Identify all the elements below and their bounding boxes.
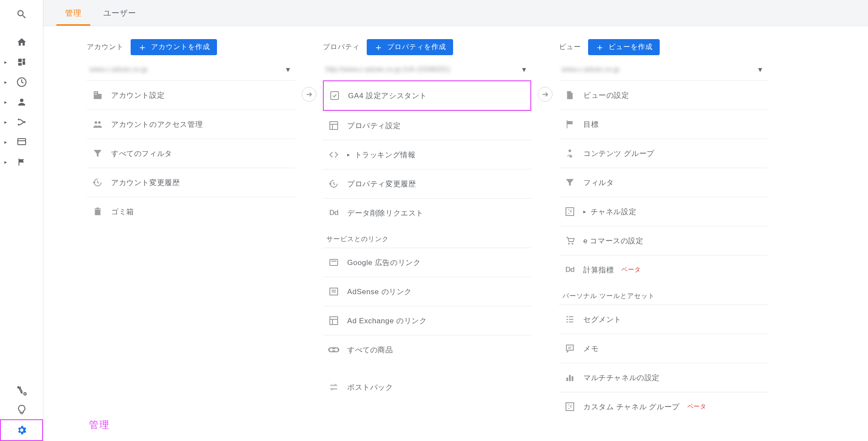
top-tabs: 管理 ユーザー xyxy=(43,0,868,26)
svg-rect-37 xyxy=(569,375,571,381)
tab-admin[interactable]: 管理 xyxy=(56,0,90,26)
account-history[interactable]: アカウント変更履歴 xyxy=(87,168,295,197)
view-selector[interactable]: www.c-advan.co.jp ▾ xyxy=(559,61,767,78)
svg-rect-39 xyxy=(566,403,574,411)
nav-conversion[interactable]: ▸ xyxy=(0,152,43,172)
svg-rect-36 xyxy=(566,378,568,381)
svg-rect-29 xyxy=(331,349,336,350)
property-link-gads[interactable]: Google 広告のリンク xyxy=(323,248,531,277)
view-multichannel[interactable]: マルチチャネルの設定 xyxy=(559,363,767,392)
column-arrow-1: ➜ xyxy=(295,39,323,441)
chevron-down-icon: ▾ xyxy=(522,65,526,74)
view-filters[interactable]: フィルタ xyxy=(559,168,767,197)
view-custom-channel[interactable]: カスタム チャネル グループベータ xyxy=(559,392,767,421)
column-view: ビュー ＋ビューを作成 www.c-advan.co.jp ▾ ビューの設定 目… xyxy=(559,39,767,441)
view-title: ビュー xyxy=(559,43,581,52)
nav-home[interactable] xyxy=(0,32,43,52)
expand-icon: ▸ xyxy=(583,209,586,215)
expand-icon: ▸ xyxy=(347,152,350,158)
dd-icon: Dd xyxy=(327,206,340,219)
svg-point-13 xyxy=(98,121,101,124)
dd-icon: Dd xyxy=(563,263,576,276)
view-content-groups[interactable]: コンテンツ グループ xyxy=(559,139,767,168)
layout-icon xyxy=(327,119,340,132)
layout-icon xyxy=(327,314,340,327)
arrow-right-icon[interactable]: ➜ xyxy=(302,87,316,102)
property-postback[interactable]: ポストバック xyxy=(323,373,531,401)
create-view-button[interactable]: ＋ビューを作成 xyxy=(588,39,660,55)
account-filters[interactable]: すべてのフィルタ xyxy=(87,139,295,168)
nav-customization[interactable]: ▸ + xyxy=(0,52,43,72)
property-data-delete[interactable]: Dd データ削除リクエスト xyxy=(323,198,531,227)
property-ga4-assistant[interactable]: GA4 設定アシスタント xyxy=(323,80,531,111)
create-account-button[interactable]: ＋アカウントを作成 xyxy=(131,39,217,55)
property-tracking[interactable]: ▸トラッキング情報 xyxy=(323,140,531,169)
admin-callout-label: 管理 xyxy=(89,418,110,431)
svg-point-32 xyxy=(568,243,570,245)
svg-point-30 xyxy=(569,149,571,152)
exchange-icon xyxy=(327,381,340,394)
nav-behavior[interactable]: ▸ xyxy=(0,132,43,152)
view-ecommerce[interactable]: e コマースの設定 xyxy=(559,226,767,255)
flag-icon xyxy=(563,118,576,131)
property-link-all-products[interactable]: すべての商品 xyxy=(323,335,531,364)
svg-rect-31 xyxy=(566,208,574,216)
property-link-adx[interactable]: Ad Exchange のリンク xyxy=(323,306,531,335)
nav-acquisition[interactable]: ▸ xyxy=(0,112,43,132)
svg-rect-15 xyxy=(330,122,338,129)
svg-point-12 xyxy=(95,121,97,124)
arrow-right-icon[interactable]: ➜ xyxy=(538,87,552,102)
nav-admin[interactable] xyxy=(0,419,43,441)
bars-icon xyxy=(563,371,576,384)
filter-icon xyxy=(91,147,104,160)
view-segments[interactable]: セグメント xyxy=(559,305,767,334)
channel-icon xyxy=(563,205,576,218)
account-trash[interactable]: ゴミ箱 xyxy=(87,197,295,226)
svg-rect-8 xyxy=(95,92,95,93)
segment-icon xyxy=(563,313,576,326)
box-icon xyxy=(327,256,340,269)
svg-text:+: + xyxy=(23,58,25,63)
left-sidebar: ▸ + ▸ ▸ ▸ ▸ ▸ xyxy=(0,0,43,441)
assistant-icon xyxy=(328,89,341,102)
property-history[interactable]: プロパティ変更履歴 xyxy=(323,169,531,198)
column-property: プロパティ ＋プロパティを作成 http://www.c-advan.co.jp… xyxy=(323,39,531,441)
nav-attribution[interactable] xyxy=(0,381,43,400)
cart-icon xyxy=(563,234,576,247)
search-icon[interactable] xyxy=(16,9,27,20)
trash-icon xyxy=(91,205,104,218)
nav-discover[interactable] xyxy=(0,400,43,419)
view-goals[interactable]: 目標 xyxy=(559,109,767,139)
svg-rect-10 xyxy=(95,94,95,95)
filter-icon xyxy=(563,176,576,189)
property-service-link-title: サービスとのリンク xyxy=(323,227,531,248)
property-link-adsense[interactable]: AdSense のリンク xyxy=(323,277,531,306)
view-settings[interactable]: ビューの設定 xyxy=(559,80,767,109)
code-icon xyxy=(327,148,340,161)
svg-rect-4 xyxy=(18,139,26,145)
tab-user[interactable]: ユーザー xyxy=(95,0,145,26)
view-channel[interactable]: ▸チャネル設定 xyxy=(559,197,767,226)
chevron-down-icon: ▾ xyxy=(758,65,762,74)
nav-realtime[interactable]: ▸ xyxy=(0,72,43,92)
create-property-button[interactable]: ＋プロパティを作成 xyxy=(367,39,453,55)
file-icon xyxy=(563,89,576,102)
account-settings[interactable]: アカウント設定 xyxy=(87,80,295,109)
account-access[interactable]: アカウントのアクセス管理 xyxy=(87,109,295,139)
account-title: アカウント xyxy=(87,43,124,52)
view-calc-metrics[interactable]: Dd 計算指標ベータ xyxy=(559,255,767,284)
chat-icon xyxy=(563,342,576,355)
person-star-icon xyxy=(563,147,576,160)
svg-rect-19 xyxy=(331,261,336,262)
svg-point-7 xyxy=(23,393,26,395)
property-settings[interactable]: プロパティ設定 xyxy=(323,111,531,140)
svg-point-1 xyxy=(18,119,20,120)
account-selector[interactable]: www.c-advan.co.jp ▾ xyxy=(87,61,295,78)
nav-audience[interactable]: ▸ xyxy=(0,92,43,112)
channel-icon xyxy=(563,400,576,413)
svg-rect-38 xyxy=(572,376,573,381)
svg-rect-18 xyxy=(330,259,338,265)
view-memo[interactable]: メモ xyxy=(559,334,767,363)
property-selector[interactable]: http://www.c-advan.co.jp (UA-10349201) ▾ xyxy=(323,61,531,78)
svg-point-2 xyxy=(18,124,20,126)
